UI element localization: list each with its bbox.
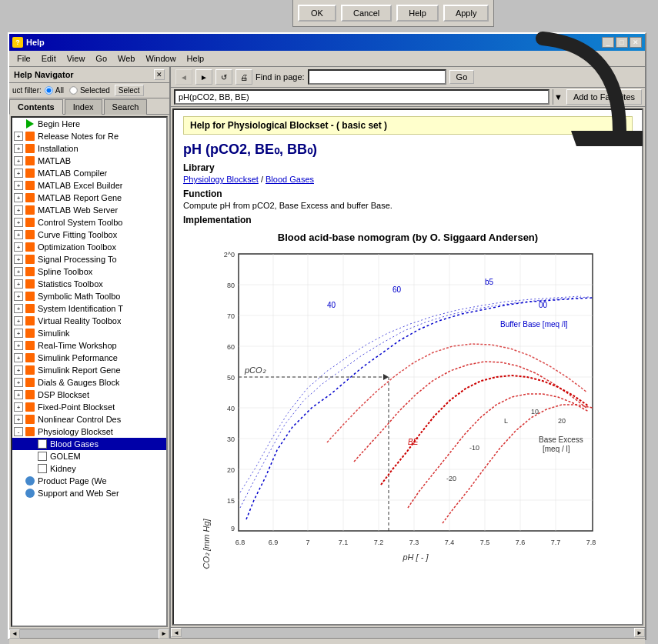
tree-item-blood-gases[interactable]: Blood Gases [12, 438, 166, 450]
filter-selected-label[interactable]: Selected [68, 85, 110, 95]
scroll-track[interactable] [20, 629, 159, 638]
print-button[interactable]: 🖨 [235, 69, 252, 85]
panel-close-button[interactable]: ✕ [154, 69, 165, 80]
content-scroll-right[interactable]: ► [634, 628, 645, 637]
menu-web[interactable]: Web [113, 52, 139, 65]
tree-toggle-simulink[interactable]: + [14, 329, 23, 338]
menu-edit[interactable]: Edit [37, 52, 61, 65]
filter-all-label[interactable]: All [44, 85, 64, 95]
tree-toggle-fixed-point-blockset[interactable]: + [14, 402, 23, 412]
tree-toggle-system-identification[interactable]: + [14, 304, 23, 313]
tab-contents[interactable]: Contents [9, 99, 63, 115]
tree-item-dials-gauges-block[interactable]: +Dials & Gauges Block [12, 376, 166, 389]
scroll-left-button[interactable]: ◄ [9, 629, 20, 639]
close-button[interactable]: ✕ [630, 37, 642, 48]
tree-item-statistics-toolbox[interactable]: +Statistics Toolbox [12, 278, 166, 290]
tree-toggle-control-system-toolbo[interactable]: + [14, 218, 23, 227]
tree-horizontal-scrollbar[interactable]: ◄ ► [9, 629, 169, 638]
find-input[interactable] [308, 69, 446, 85]
tree-item-matlab[interactable]: +MATLAB [12, 155, 166, 167]
scroll-right-button[interactable]: ► [159, 629, 169, 639]
tree-item-matlab-compiler[interactable]: +MATLAB Compiler [12, 167, 166, 179]
tree-toggle-simulink-report-gene[interactable]: + [14, 365, 23, 375]
tree-item-fixed-point-blockset[interactable]: +Fixed-Point Blockset [12, 401, 166, 413]
tree-toggle-matlab-web-server[interactable]: + [14, 205, 23, 215]
content-scroll-track[interactable] [182, 628, 634, 638]
tab-index[interactable]: Index [65, 99, 102, 115]
menu-view[interactable]: View [62, 52, 90, 65]
tree-toggle-virtual-reality-toolbox[interactable]: + [14, 316, 23, 325]
tree-toggle-matlab-report-gene[interactable]: + [14, 193, 23, 202]
minimize-button[interactable]: _ [602, 37, 614, 48]
menu-window[interactable]: Window [141, 52, 180, 65]
tree-item-begin-here[interactable]: Begin Here [12, 118, 166, 130]
add-to-favorites-button[interactable]: Add to Favorites [566, 89, 642, 105]
tree-item-installation[interactable]: +Installation [12, 142, 166, 155]
breadcrumb-physiology[interactable]: Physiology Blockset [183, 175, 259, 184]
tree-toggle-matlab-excel-builder[interactable]: + [14, 181, 23, 190]
ok-button[interactable]: OK [298, 5, 336, 22]
tree-item-dsp-blockset[interactable]: +DSP Blockset [12, 389, 166, 401]
tree-item-matlab-report-gene[interactable]: +MATLAB Report Gene [12, 192, 166, 204]
tree-item-support-web-ser[interactable]: Support and Web Ser [12, 487, 166, 499]
tree-item-simulink[interactable]: +Simulink [12, 327, 166, 339]
content-horizontal-scrollbar[interactable]: ◄ ► [171, 627, 645, 638]
tree-toggle-curve-fitting-toolbox[interactable]: + [14, 230, 23, 239]
apply-button[interactable]: Apply [443, 5, 489, 22]
content-scroll-left[interactable]: ◄ [171, 628, 182, 637]
tree-toggle-matlab[interactable]: + [14, 156, 23, 165]
tree-item-release-notes[interactable]: +Release Notes for Re [12, 130, 166, 142]
tree-toggle-real-time-workshop[interactable]: + [14, 341, 23, 350]
tree-toggle-symbolic-math-toolbo[interactable]: + [14, 292, 23, 301]
tree-item-optimization-toolbox[interactable]: +Optimization Toolbox [12, 241, 166, 253]
left-panel: Help Navigator ✕ uct filter: All Selecte… [9, 67, 171, 638]
maximize-button[interactable]: □ [616, 37, 628, 48]
tree-view[interactable]: Begin Here+Release Notes for Re+Installa… [11, 116, 168, 627]
tree-toggle-dsp-blockset[interactable]: + [14, 390, 23, 399]
tree-item-nonlinear-control-des[interactable]: +Nonlinear Control Des [12, 413, 166, 425]
tree-toggle-statistics-toolbox[interactable]: + [14, 279, 23, 289]
refresh-button[interactable]: ↺ [215, 69, 232, 85]
tree-toggle-spline-toolbox[interactable]: + [14, 267, 23, 276]
tree-item-matlab-web-server[interactable]: +MATLAB Web Server [12, 204, 166, 216]
tree-toggle-installation[interactable]: + [14, 144, 23, 153]
help-button[interactable]: Help [396, 5, 439, 22]
cancel-button[interactable]: Cancel [341, 5, 392, 22]
tree-item-signal-processing-to[interactable]: +Signal Processing To [12, 253, 166, 265]
tree-toggle-dials-gauges-block[interactable]: + [14, 378, 23, 387]
tree-item-spline-toolbox[interactable]: +Spline Toolbox [12, 265, 166, 278]
menu-help[interactable]: Help [182, 52, 209, 65]
tree-item-product-page[interactable]: Product Page (We [12, 475, 166, 487]
tree-item-kidney[interactable]: Kidney [12, 462, 166, 475]
tree-toggle-physiology-blockset[interactable]: - [14, 427, 23, 436]
tree-toggle-simulink-performance[interactable]: + [14, 353, 23, 362]
tree-toggle-optimization-toolbox[interactable]: + [14, 242, 23, 252]
tree-item-golem[interactable]: GOLEM [12, 450, 166, 462]
filter-select-button[interactable]: Select [115, 85, 144, 96]
tree-item-simulink-performance[interactable]: +Simulink Peformance [12, 352, 166, 364]
breadcrumb-blood-gases[interactable]: Blood Gases [266, 175, 314, 184]
filter-all-radio[interactable] [45, 86, 52, 94]
back-button[interactable]: ◄ [175, 69, 192, 85]
address-dropdown-button[interactable]: ▼ [553, 89, 563, 105]
tree-item-real-time-workshop[interactable]: +Real-Time Workshop [12, 339, 166, 352]
tree-item-matlab-excel-builder[interactable]: +MATLAB Excel Builder [12, 179, 166, 192]
tree-toggle-nonlinear-control-des[interactable]: + [14, 415, 23, 424]
tree-item-system-identification[interactable]: +System Identification T [12, 302, 166, 315]
menu-go[interactable]: Go [91, 52, 112, 65]
menu-file[interactable]: File [12, 52, 35, 65]
tree-item-simulink-report-gene[interactable]: +Simulink Report Gene [12, 364, 166, 376]
tree-item-physiology-blockset[interactable]: -Physiology Blockset [12, 425, 166, 438]
filter-selected-radio[interactable] [69, 86, 77, 94]
tree-item-control-system-toolbo[interactable]: +Control System Toolbo [12, 216, 166, 229]
tree-toggle-matlab-compiler[interactable]: + [14, 169, 23, 178]
tree-toggle-signal-processing-to[interactable]: + [14, 255, 23, 264]
tab-search[interactable]: Search [104, 99, 148, 115]
tree-toggle-release-notes[interactable]: + [14, 132, 23, 141]
forward-button[interactable]: ► [195, 69, 212, 85]
tree-item-symbolic-math-toolbo[interactable]: +Symbolic Math Toolbo [12, 290, 166, 302]
go-button[interactable]: Go [449, 70, 475, 84]
tree-item-curve-fitting-toolbox[interactable]: +Curve Fitting Toolbox [12, 229, 166, 241]
address-input[interactable] [174, 89, 549, 105]
tree-item-virtual-reality-toolbox[interactable]: +Virtual Reality Toolbox [12, 315, 166, 327]
